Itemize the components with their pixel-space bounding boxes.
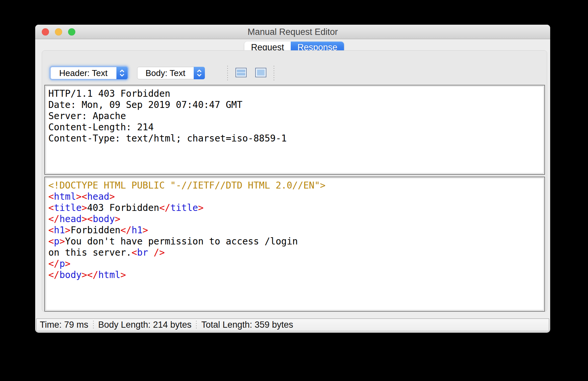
code-token: title xyxy=(54,202,82,213)
code-line: <p>You don't have permission to access /… xyxy=(48,236,541,247)
code-token: Content-Type: text/html; charset=iso-885… xyxy=(48,133,287,144)
code-token: br xyxy=(137,247,148,258)
split-pane-icon xyxy=(237,69,245,76)
single-pane-icon xyxy=(257,69,265,76)
code-token: </ xyxy=(48,214,60,224)
window-title: Manual Request Editor xyxy=(35,25,550,39)
code-token: > xyxy=(143,225,148,236)
code-token: < xyxy=(48,236,54,247)
code-token: Content-Length: 214 xyxy=(48,122,154,133)
code-line: </p> xyxy=(48,258,541,269)
toolbar-separator xyxy=(227,66,228,80)
code-line: <!DOCTYPE HTML PUBLIC "-//IETF//DTD HTML… xyxy=(48,180,541,191)
code-token: < xyxy=(48,191,54,202)
code-token: title xyxy=(170,202,198,213)
code-token: </ xyxy=(48,269,60,280)
code-token: > xyxy=(120,269,126,280)
code-line: Server: Apache xyxy=(48,111,541,122)
status-time: Time: 79 ms xyxy=(40,320,88,330)
code-token: body xyxy=(60,269,82,280)
code-token: 403 Forbidden xyxy=(87,202,159,213)
code-token: head xyxy=(60,214,82,224)
code-line: </head><body> xyxy=(48,214,541,225)
code-token: > xyxy=(198,202,204,213)
code-token: > xyxy=(60,236,65,247)
code-token: html xyxy=(98,269,120,280)
code-token: <!DOCTYPE HTML PUBLIC "-//IETF//DTD HTML… xyxy=(48,180,326,191)
toolbar-separator xyxy=(274,66,274,80)
titlebar[interactable]: Manual Request Editor xyxy=(35,25,550,39)
code-token: >< xyxy=(82,214,93,224)
statusbar: Time: 79 ms Body Length: 214 bytes Total… xyxy=(36,318,549,331)
code-token: /> xyxy=(148,247,165,258)
code-line: <html><head> xyxy=(48,191,541,202)
header-format-value: Header: Text xyxy=(51,68,127,78)
code-token: body xyxy=(93,214,115,224)
status-total-length: Total Length: 359 bytes xyxy=(201,320,293,330)
code-token: >< xyxy=(76,191,87,202)
split-view-button[interactable] xyxy=(235,68,247,77)
code-token: ></ xyxy=(82,269,98,280)
code-token: > xyxy=(109,191,115,202)
code-line: HTTP/1.1 403 Forbidden xyxy=(48,88,541,99)
code-token: HTTP/1.1 403 Forbidden xyxy=(48,88,170,99)
single-view-button[interactable] xyxy=(255,68,266,77)
code-token: p xyxy=(60,258,65,269)
header-format-dropdown[interactable]: Header: Text xyxy=(50,67,128,79)
code-line: </body></html> xyxy=(48,269,541,281)
status-separator xyxy=(196,321,197,329)
code-line: <h1>Forbidden</h1> xyxy=(48,225,541,236)
code-token: Server: Apache xyxy=(48,111,126,121)
code-token: Date: Mon, 09 Sep 2019 07:40:47 GMT xyxy=(48,99,242,110)
code-token: Forbidden xyxy=(70,225,120,236)
code-token: > xyxy=(65,258,71,269)
code-token: p xyxy=(54,236,60,247)
response-editor-panel: Header: Text Body: Text xyxy=(42,50,547,312)
code-token: < xyxy=(132,247,137,258)
code-line: Date: Mon, 09 Sep 2019 07:40:47 GMT xyxy=(48,99,541,111)
code-token: </ xyxy=(120,225,132,236)
code-token: h1 xyxy=(132,225,143,236)
code-token: head xyxy=(87,191,109,202)
code-token: on this server. xyxy=(48,247,132,258)
manual-request-editor-window: Manual Request Editor Request Response H… xyxy=(35,25,550,333)
code-line: Content-Length: 214 xyxy=(48,122,541,133)
response-body-editor[interactable]: <!DOCTYPE HTML PUBLIC "-//IETF//DTD HTML… xyxy=(44,177,545,312)
code-token: < xyxy=(48,225,54,236)
code-token: > xyxy=(115,214,120,224)
body-format-dropdown[interactable]: Body: Text xyxy=(137,67,205,79)
status-body-length: Body Length: 214 bytes xyxy=(98,320,192,330)
response-headers-editor[interactable]: HTTP/1.1 403 ForbiddenDate: Mon, 09 Sep … xyxy=(44,85,545,175)
code-token: < xyxy=(48,202,54,213)
chevron-up-down-icon xyxy=(194,67,205,79)
code-token: > xyxy=(82,202,87,213)
code-line: Content-Type: text/html; charset=iso-885… xyxy=(48,133,541,144)
code-token: html xyxy=(54,191,76,202)
code-token: </ xyxy=(159,202,170,213)
chevron-up-down-icon xyxy=(116,67,128,79)
code-token: </ xyxy=(48,258,60,269)
code-line: on this server.<br /> xyxy=(48,247,541,258)
code-token: > xyxy=(65,225,71,236)
code-token: You don't have permission to access /log… xyxy=(65,236,298,247)
code-token: h1 xyxy=(54,225,65,236)
code-line: <title>403 Forbidden</title> xyxy=(48,202,541,214)
status-separator xyxy=(93,321,94,329)
